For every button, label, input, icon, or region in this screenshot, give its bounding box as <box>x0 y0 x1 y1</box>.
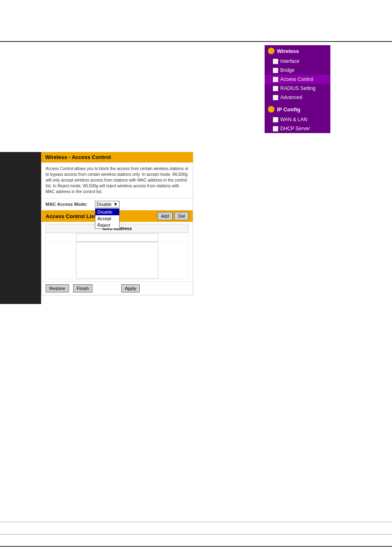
bottom-line1 <box>0 522 392 522</box>
ipconfig-icon <box>268 106 274 113</box>
sidebar-wireless-label: Wireless <box>277 48 299 54</box>
mac-input-area <box>76 233 158 242</box>
add-button[interactable]: Add <box>157 212 173 220</box>
description-text: Access Control allows you to block the a… <box>42 163 193 198</box>
sidebar-radius-label: RADIUS Setting <box>280 85 316 91</box>
bridge-doc-icon <box>273 68 278 73</box>
bottom-line3 <box>0 546 392 547</box>
sidebar-item-advanced[interactable]: Advanced <box>265 93 330 102</box>
bottom-buttons: Restore Finish Apply <box>42 281 193 295</box>
sidebar-item-radius[interactable]: RADIUS Setting <box>265 84 330 93</box>
sidebar-item-interface[interactable]: Interface <box>265 57 330 66</box>
restore-button[interactable]: Restore <box>46 284 69 292</box>
access-control-doc-icon <box>273 77 278 82</box>
dropdown-options: Disable Accept Reject <box>95 208 120 229</box>
wan-lan-doc-icon <box>273 117 278 122</box>
dropdown-option-accept[interactable]: Accept <box>95 215 119 222</box>
sidebar-bridge-label: Bridge <box>280 67 295 73</box>
mac-table: MAC Address <box>46 224 189 279</box>
content-box: Access Control allows you to block the a… <box>41 162 193 295</box>
sidebar: Wireless Interface Bridge Access Control… <box>265 45 330 133</box>
bottom-line2 <box>0 534 392 534</box>
top-divider <box>0 41 392 42</box>
table-row-list <box>46 242 189 279</box>
page-title: Wireless - Access Control <box>45 154 111 160</box>
mac-access-mode-dropdown-container: Disable Accept Reject Disable ▼ Disable … <box>95 201 120 207</box>
sidebar-item-access-control[interactable]: Access Control <box>265 75 330 84</box>
dropdown-option-disable[interactable]: Disable <box>95 209 119 215</box>
main-content: Wireless - Access Control Access Control… <box>41 152 193 295</box>
dropdown-option-reject[interactable]: Reject <box>95 222 119 228</box>
radius-doc-icon <box>273 86 278 91</box>
apply-button[interactable]: Apply <box>121 284 140 292</box>
sidebar-ipconfig-label: IP Config <box>277 106 300 113</box>
sidebar-item-wan-lan[interactable]: WAN & LAN <box>265 115 330 124</box>
sidebar-wan-lan-label: WAN & LAN <box>280 117 307 122</box>
sidebar-interface-label: Interface <box>280 58 300 64</box>
mac-list-area[interactable] <box>76 242 158 279</box>
finish-button[interactable]: Finish <box>73 284 92 292</box>
mac-access-mode-row: MAC Access Mode: Disable Accept Reject D… <box>42 198 193 210</box>
mac-table-container: MAC Address <box>42 222 193 281</box>
sidebar-dhcp-label: DHCP Server <box>280 126 310 131</box>
left-panel <box>0 152 41 304</box>
advanced-doc-icon <box>273 95 278 100</box>
dropdown-arrow-icon: ▼ <box>113 202 118 207</box>
sidebar-access-control-label: Access Control <box>280 76 314 82</box>
mac-access-mode-label: MAC Access Mode: <box>46 202 91 207</box>
del-button[interactable]: Del <box>174 212 189 220</box>
wireless-icon <box>268 48 274 54</box>
sidebar-ipconfig-header[interactable]: IP Config <box>265 104 330 115</box>
mac-address-input[interactable] <box>76 233 158 242</box>
sidebar-item-bridge[interactable]: Bridge <box>265 66 330 75</box>
sidebar-wireless-header[interactable]: Wireless <box>265 45 330 57</box>
interface-doc-icon <box>273 59 278 64</box>
selected-value: Disable <box>97 202 112 207</box>
page-title-bar: Wireless - Access Control <box>41 152 193 162</box>
sidebar-item-dhcp[interactable]: DHCP Server <box>265 124 330 133</box>
table-row-input <box>46 233 189 242</box>
dhcp-doc-icon <box>273 126 278 131</box>
acl-buttons: Add Del <box>157 212 189 220</box>
dropdown-trigger[interactable]: Disable ▼ <box>95 201 120 207</box>
sidebar-advanced-label: Advanced <box>280 94 302 100</box>
